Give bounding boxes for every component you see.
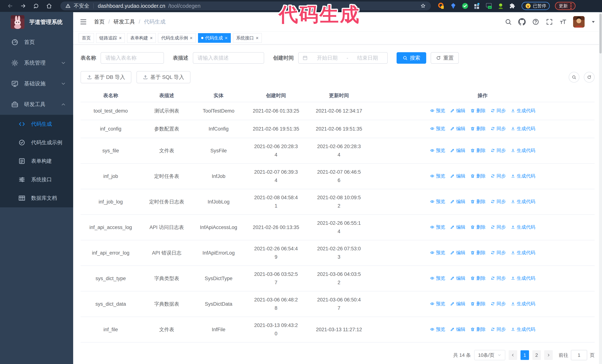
close-icon[interactable]: × (190, 36, 193, 40)
page-button-1[interactable]: 1 (520, 350, 529, 360)
sync-action[interactable]: 同步 (491, 223, 506, 231)
sidebar-item-codegen-example[interactable]: 代码生成示例 (0, 133, 73, 152)
import-db-button[interactable]: 基于 DB 导入 (81, 71, 131, 83)
prev-page-button[interactable] (509, 350, 517, 360)
refresh-table-button[interactable] (584, 72, 595, 83)
toggle-search-button[interactable] (569, 72, 580, 83)
kebab-menu-icon[interactable] (570, 3, 572, 9)
sync-action[interactable]: 同步 (491, 300, 506, 308)
green-extension-icon[interactable] (497, 2, 504, 10)
sync-action[interactable]: 同步 (491, 249, 506, 257)
table-name-input[interactable] (101, 52, 164, 64)
preview-action[interactable]: 预览 (430, 300, 445, 308)
bookmark-star-icon[interactable] (420, 3, 426, 9)
back-arrow-icon[interactable] (7, 3, 13, 9)
browser-scrollbar[interactable] (599, 12, 602, 364)
caret-down-icon[interactable] (591, 20, 596, 24)
delete-action[interactable]: 删除 (470, 249, 486, 257)
generate-action[interactable]: 生成代码 (511, 249, 535, 257)
sidebar-item-db-doc[interactable]: 数据库文档 (0, 189, 73, 207)
edit-action[interactable]: 编辑 (450, 223, 465, 231)
sidebar-item-home[interactable]: 首页 (0, 32, 73, 52)
tab-system-api[interactable]: 系统接口 × (233, 33, 262, 43)
delete-action[interactable]: 删除 (470, 146, 486, 155)
reset-button[interactable]: 重置 (431, 52, 459, 64)
avatar[interactable] (573, 16, 585, 28)
delete-action[interactable]: 删除 (470, 197, 486, 206)
sync-action[interactable]: 同步 (491, 274, 506, 282)
search-icon[interactable] (505, 18, 512, 26)
address-bar[interactable]: 不安全 dashboard.yudao.iocoder.cn/tool/code… (60, 1, 431, 10)
check-extension-icon[interactable] (462, 2, 469, 10)
puzzle-icon[interactable] (509, 2, 516, 10)
edit-action[interactable]: 编辑 (450, 300, 465, 308)
generate-action[interactable]: 生成代码 (511, 325, 535, 333)
home-icon[interactable] (46, 3, 52, 9)
edit-action[interactable]: 编辑 (450, 325, 465, 333)
close-icon[interactable]: × (225, 36, 228, 40)
fullscreen-icon[interactable] (546, 18, 553, 26)
sidebar-item-form-build[interactable]: 表单构建 (0, 152, 73, 170)
generate-action[interactable]: 生成代码 (511, 300, 535, 308)
edit-action[interactable]: 编辑 (450, 274, 465, 282)
sidebar-item-system-api[interactable]: 系统接口 (0, 170, 73, 189)
font-size-icon[interactable] (559, 18, 567, 26)
sync-action[interactable]: 同步 (491, 125, 506, 133)
edit-action[interactable]: 编辑 (450, 249, 465, 257)
edit-action[interactable]: 编辑 (450, 146, 465, 155)
edit-action[interactable]: 编辑 (450, 106, 465, 115)
sync-action[interactable]: 同步 (491, 197, 506, 206)
import-sql-button[interactable]: 基于 SQL 导入 (137, 71, 190, 83)
generate-action[interactable]: 生成代码 (511, 106, 535, 115)
delete-action[interactable]: 删除 (470, 274, 486, 282)
page-button-2[interactable]: 2 (532, 350, 541, 360)
tab-form-build[interactable]: 表单构建 × (127, 33, 156, 43)
next-page-button[interactable] (544, 350, 553, 360)
edit-action[interactable]: 编辑 (450, 172, 465, 180)
sidebar-item-devtools[interactable]: 研发工具 (0, 94, 73, 115)
orange-extension-icon[interactable] (438, 2, 445, 10)
sync-action[interactable]: 同步 (491, 325, 506, 333)
table-desc-input[interactable] (193, 52, 264, 64)
generate-action[interactable]: 生成代码 (511, 146, 535, 155)
logo[interactable]: 芋道管理系统 (0, 12, 73, 32)
tab-tracing[interactable]: 链路追踪 × (96, 33, 125, 43)
forward-arrow-icon[interactable] (20, 3, 26, 9)
delete-action[interactable]: 删除 (470, 325, 486, 333)
github-icon[interactable] (518, 18, 526, 26)
gem-extension-icon[interactable] (450, 2, 457, 10)
grid-extension-icon[interactable] (473, 2, 481, 10)
goto-page-input[interactable] (571, 350, 587, 360)
scrollbar-thumb[interactable] (599, 14, 602, 53)
tab-codegen[interactable]: 代码生成 × (198, 33, 231, 43)
sync-action[interactable]: 同步 (491, 106, 506, 115)
close-icon[interactable]: × (119, 36, 122, 40)
preview-action[interactable]: 预览 (430, 223, 445, 231)
preview-action[interactable]: 预览 (430, 249, 445, 257)
delete-action[interactable]: 删除 (470, 125, 486, 133)
recorder-on-extension-icon[interactable]: on (485, 2, 492, 10)
preview-action[interactable]: 预览 (430, 274, 445, 282)
reload-icon[interactable] (33, 3, 39, 9)
sidebar-item-infra[interactable]: 基础设施 (0, 73, 73, 94)
search-button[interactable]: 搜索 (397, 52, 426, 64)
sync-action[interactable]: 同步 (491, 146, 506, 155)
help-icon[interactable] (532, 18, 539, 26)
generate-action[interactable]: 生成代码 (511, 125, 535, 133)
breadcrumb-item[interactable]: 研发工具 (114, 18, 135, 26)
breadcrumb-item[interactable]: 首页 (94, 18, 105, 26)
preview-action[interactable]: 预览 (430, 146, 445, 155)
page-size-select[interactable]: 10条/页 (474, 350, 505, 360)
update-button[interactable]: 更新 (555, 2, 576, 10)
sidebar-item-codegen[interactable]: 代码生成 (0, 115, 73, 133)
close-icon[interactable]: × (150, 36, 153, 40)
preview-action[interactable]: 预览 (430, 106, 445, 115)
date-range-picker[interactable]: 开始日期 - 结束日期 (298, 52, 388, 64)
tab-home[interactable]: 首页 (79, 33, 94, 43)
preview-action[interactable]: 预览 (430, 172, 445, 180)
delete-action[interactable]: 删除 (470, 223, 486, 231)
sync-action[interactable]: 同步 (491, 172, 506, 180)
generate-action[interactable]: 生成代码 (511, 172, 535, 180)
tab-codegen-example[interactable]: 代码生成示例 × (158, 33, 196, 43)
sidebar-item-system[interactable]: 系统管理 (0, 52, 73, 73)
